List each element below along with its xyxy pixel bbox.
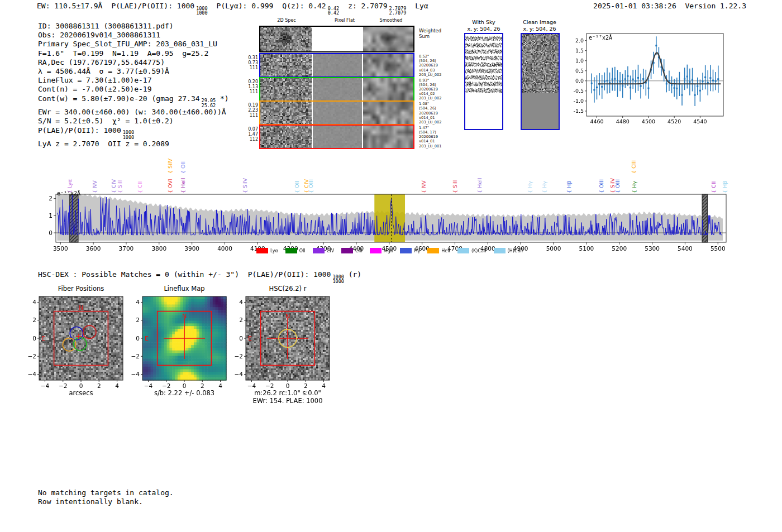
info-line-6: LineFlux = 7.30(±1.00)e-17 xyxy=(38,76,238,85)
info-0-segment-0: ID: 3008861311 (3008861311.pdf) xyxy=(38,22,174,30)
twod-header-pixelflat: Pixel Flat xyxy=(322,18,367,23)
info-line-10: S/N = 5.2(±0.5) χ² = 1.0(±0.2) xyxy=(38,117,238,126)
twod-right-3-0: 1.08" xyxy=(419,102,442,106)
twod-row-canvas-3 xyxy=(260,102,413,124)
header-segment-5: Lyα xyxy=(415,2,428,10)
info-line-2: Primary Spec_Slot_IFU_AMP: 203_086_031_L… xyxy=(38,40,238,49)
header-fraction-3: 0.420.42 xyxy=(328,6,339,16)
info-line-5: λ = 4506.44Å σ = 3.77(±0.59)Å xyxy=(38,67,238,76)
twod-row-0 xyxy=(259,26,414,52)
fiber-xlabel: arcsecs xyxy=(25,389,137,397)
info-8-frac-bot-0: 25.62 xyxy=(202,103,216,108)
header-timestamp: 2025-01-01 03:38:26 Version 1.22.3 xyxy=(593,2,746,10)
twod-right-0-0: Weighted xyxy=(419,28,441,33)
info-8-fraction-0: 29.0525.62 xyxy=(202,98,216,108)
twod-left-2-1: 1.13 xyxy=(241,84,258,89)
twod-right-3-2: 20200619 xyxy=(419,111,442,116)
hsc-xlabel: m:26.2 rc:1.0" s:0.0" xyxy=(232,389,344,397)
twod-left-4-2: 112 xyxy=(241,137,258,142)
header-fraction-1: 10001000 xyxy=(196,6,207,16)
twod-right-3-1: (504, 26) xyxy=(419,106,442,111)
withsky-image xyxy=(464,33,503,130)
legend-swatch-HeII xyxy=(427,248,439,253)
hscdex-segment-0: HSC-DEX : Possible Matches = 0 (within +… xyxy=(38,270,361,279)
header-segment-4: z: 2.70792.70792.7079 xyxy=(348,2,406,10)
legend-label-(K)CaII: (K)CaII xyxy=(471,248,487,253)
twod-header-smoothed: Smoothed xyxy=(369,18,413,23)
legend-item-CIV: CIV xyxy=(313,248,334,253)
info-12-segment-0: LyA z = 2.7070 OII z = 0.2089 xyxy=(38,140,169,148)
spectrum-legend: LyαOIICIVCIIIMgIIHγHeII(K)CaII(H)CaII xyxy=(47,248,732,253)
twod-row-canvas-0 xyxy=(260,27,413,51)
twod-row-canvas-2 xyxy=(260,78,413,100)
twod-right-1-1: (504, 26) xyxy=(419,59,442,63)
legend-label-CIII: CIII xyxy=(355,248,363,253)
legend-item-Hγ: Hγ xyxy=(400,248,420,253)
emission-line-label-CIII-23: { CIII xyxy=(631,160,637,174)
hsc-cutout-plot xyxy=(226,294,340,390)
footer-line-2: Row intentionally blank. xyxy=(38,497,174,506)
clean-canvas xyxy=(522,34,559,129)
twod-right-1-4: 203_LU_002 xyxy=(419,73,442,77)
withsky-canvas xyxy=(465,34,502,129)
legend-swatch-CIV xyxy=(313,248,325,253)
info-9-segment-0: EWr = 340.00(±460.00) (w: 340.00(±460.00… xyxy=(38,108,226,116)
detection-info-block: ID: 3008861311 (3008861311.pdf)Obs: 2020… xyxy=(38,22,238,148)
fiber-positions-title: Fiber Positions xyxy=(34,285,128,293)
info-line-12: LyA z = 2.7070 OII z = 0.2089 xyxy=(38,140,238,148)
twod-right-3-4: 203_LU_002 xyxy=(419,120,442,124)
legend-item-OII: OII xyxy=(285,248,306,253)
twod-right-0-1: Sum xyxy=(419,33,441,39)
header-text-5: Lyα xyxy=(415,2,428,10)
info-8-suffix-0: *) xyxy=(216,94,228,103)
legend-item-(K)CaII: (K)CaII xyxy=(457,248,487,253)
clean-title-line: Clean Image xyxy=(506,19,573,26)
twod-row-3 xyxy=(259,100,414,125)
twod-right-1-0: 0.52" xyxy=(419,54,442,59)
header-frac-bot-4: 2.7079 xyxy=(389,11,407,16)
hsc-dex-match-line: HSC-DEX : Possible Matches = 0 (within +… xyxy=(38,270,370,284)
info-5-text-0: λ = 4506.44Å σ = 3.77(±0.59)Å xyxy=(38,67,169,75)
header-text-4: z: 2.7079 xyxy=(348,2,387,10)
info-3-text-0: F=1.6" T=0.199 N=1.19 A=0.95 g=25.2 xyxy=(38,49,208,57)
legend-label-MgII: MgII xyxy=(384,248,393,253)
twod-right-3-3: v014_01 xyxy=(419,116,442,120)
twod-right-2-4: 203_LU_002 xyxy=(419,96,442,100)
twod-left-1-2: 111 xyxy=(241,65,258,70)
legend-swatch-(K)CaII xyxy=(457,248,469,253)
info-12-text-0: LyA z = 2.7070 OII z = 0.2089 xyxy=(38,140,169,148)
twod-row-1 xyxy=(259,53,414,78)
legend-label-(H)CaII: (H)CaII xyxy=(508,248,523,253)
fiber-positions-plot xyxy=(19,294,133,390)
header-segment-2: P(Lyα): 0.999 xyxy=(217,2,274,10)
lineflux-xlabel: s/b: 2.22 +/- 0.083 xyxy=(128,389,240,397)
header-segment-0: EW: 110.5±17.9Å xyxy=(37,2,102,10)
info-6-text-0: LineFlux = 7.30(±1.00)e-17 xyxy=(38,76,152,84)
footer-line-1: No matching targets in catalog. xyxy=(38,488,174,497)
twod-right-2-0: 0.93" xyxy=(419,78,442,83)
legend-swatch-(H)CaII xyxy=(494,248,506,253)
twod-row-canvas-1 xyxy=(260,54,413,76)
header-frac-bot-1: 1000 xyxy=(196,11,207,16)
twod-left-2-0: 0.20 xyxy=(241,79,258,84)
header-stats: EW: 110.5±17.9ÅP(LAE)/P(OII): 1000100010… xyxy=(37,2,437,16)
info-line-8: Cont(w) = 5.80(±7.90)e-20 (gmag 27.3429.… xyxy=(38,94,238,108)
twod-left-3-2: 111 xyxy=(241,113,258,118)
zoom-spectrum-plot xyxy=(570,27,726,133)
header-text-2: P(Lyα): 0.999 xyxy=(217,2,274,10)
twod-right-4-0: 1.47" xyxy=(419,126,442,130)
twod-right-labels-0: WeightedSum xyxy=(419,28,441,39)
legend-item-HeII: HeII xyxy=(427,248,450,253)
twod-row-4 xyxy=(259,124,414,149)
twod-left-2-2: 111 xyxy=(241,89,258,94)
info-5-segment-0: λ = 4506.44Å σ = 3.77(±0.59)Å xyxy=(38,67,169,75)
legend-label-CIV: CIV xyxy=(327,248,334,253)
twod-right-2-2: 20200619 xyxy=(419,87,442,92)
clean-subtitle: x, y: 504, 26 xyxy=(506,26,573,32)
clean-title: Clean Image x, y: 504, 26 xyxy=(506,19,573,32)
twod-left-3-1: 2.23 xyxy=(241,108,258,113)
twod-left-4-0: 0.07 xyxy=(241,127,258,132)
twod-row-canvas-4 xyxy=(260,126,413,148)
twod-left-4-1: 1.47 xyxy=(241,132,258,137)
info-8-segment-0: Cont(w) = 5.80(±7.90)e-20 (gmag 27.3429.… xyxy=(38,94,229,103)
